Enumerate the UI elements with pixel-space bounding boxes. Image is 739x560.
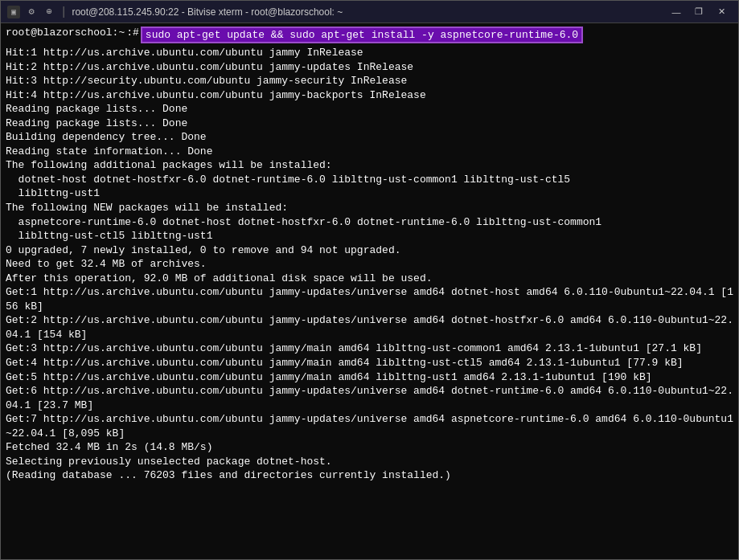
prompt-symbol: :# xyxy=(126,27,139,43)
maximize-button[interactable]: ❐ xyxy=(688,5,709,19)
output-line: The following NEW packages will be insta… xyxy=(6,201,733,215)
title-bar: ▣ ⚙ ⊕ | root@208.115.245.90:22 - Bitvise… xyxy=(1,1,738,23)
output-line: 0 upgraded, 7 newly installed, 0 to remo… xyxy=(6,243,733,258)
output-line: Get:4 http://us.archive.ubuntu.com/ubunt… xyxy=(6,356,733,370)
terminal-window: ▣ ⚙ ⊕ | root@208.115.245.90:22 - Bitvise… xyxy=(0,0,739,560)
output-line: Reading state information... Done xyxy=(6,145,733,159)
title-bar-left: ▣ ⚙ ⊕ | root@208.115.245.90:22 - Bitvise… xyxy=(7,6,343,18)
output-container: Hit:1 http://us.archive.ubuntu.com/ubunt… xyxy=(6,46,733,483)
output-line: Get:2 http://us.archive.ubuntu.com/ubunt… xyxy=(6,313,733,341)
prompt: root@blazorschool:~ xyxy=(6,27,125,43)
minimize-button[interactable]: — xyxy=(666,5,687,19)
output-line: Fetched 32.4 MB in 2s (14.8 MB/s) xyxy=(6,440,733,455)
window-title: root@208.115.245.90:22 - Bitvise xterm -… xyxy=(72,6,343,18)
output-line: liblttng-ust1 xyxy=(6,186,733,201)
output-line: aspnetcore-runtime-6.0 dotnet-host dotne… xyxy=(6,215,733,230)
output-line: Selecting previously unselected package … xyxy=(6,455,733,469)
settings-icon[interactable]: ⚙ xyxy=(25,6,38,18)
command-line: root@blazorschool:~ :# sudo apt-get upda… xyxy=(6,27,733,43)
output-line: Hit:1 http://us.archive.ubuntu.com/ubunt… xyxy=(6,46,733,60)
output-line: Get:1 http://us.archive.ubuntu.com/ubunt… xyxy=(6,285,733,313)
window-controls: — ❐ ✕ xyxy=(666,5,732,19)
separator: | xyxy=(60,6,67,18)
output-line: Get:6 http://us.archive.ubuntu.com/ubunt… xyxy=(6,384,733,412)
output-line: Reading package lists... Done xyxy=(6,116,733,131)
terminal-icon: ▣ xyxy=(7,6,20,18)
output-line: Get:3 http://us.archive.ubuntu.com/ubunt… xyxy=(6,341,733,356)
output-line: Hit:3 http://security.ubuntu.com/ubuntu … xyxy=(6,74,733,88)
output-line: Need to get 32.4 MB of archives. xyxy=(6,257,733,272)
output-line: Hit:2 http://us.archive.ubuntu.com/ubunt… xyxy=(6,60,733,75)
output-line: Hit:4 http://us.archive.ubuntu.com/ubunt… xyxy=(6,88,733,103)
output-line: Reading package lists... Done xyxy=(6,102,733,116)
command-text: sudo apt-get update && sudo apt-get inst… xyxy=(141,27,583,43)
output-line: Get:7 http://us.archive.ubuntu.com/ubunt… xyxy=(6,412,733,440)
output-line: (Reading database ... 76203 files and di… xyxy=(6,468,733,483)
output-line: After this operation, 92.0 MB of additio… xyxy=(6,272,733,286)
output-line: The following additional packages will b… xyxy=(6,158,733,173)
output-line: Get:5 http://us.archive.ubuntu.com/ubunt… xyxy=(6,370,733,385)
terminal-body[interactable]: root@blazorschool:~ :# sudo apt-get upda… xyxy=(1,23,738,559)
pin-icon[interactable]: ⊕ xyxy=(43,6,55,18)
close-button[interactable]: ✕ xyxy=(711,5,732,19)
output-line: dotnet-host dotnet-hostfxr-6.0 dotnet-ru… xyxy=(6,173,733,187)
output-line: Building dependency tree... Done xyxy=(6,130,733,145)
output-line: liblttng-ust-ctl5 liblttng-ust1 xyxy=(6,229,733,243)
